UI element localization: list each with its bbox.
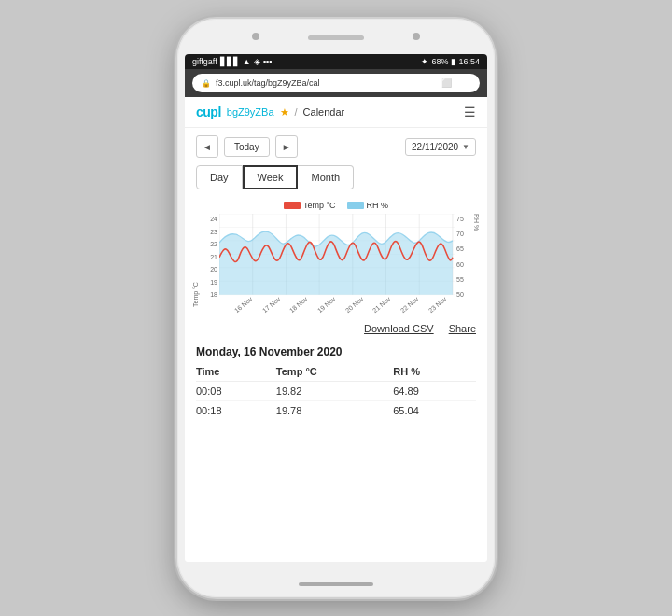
- data-date-header: Monday, 16 November 2020: [196, 340, 476, 362]
- col-header-temp: Temp °C: [276, 362, 393, 382]
- prev-button[interactable]: ◄: [196, 135, 218, 158]
- legend-rh-color: [347, 202, 364, 209]
- calendar-controls: ◄ Today ► 22/11/2020 ▼: [185, 128, 487, 165]
- status-right: ✦ 68% ▮ 16:54: [421, 57, 480, 66]
- address-bar[interactable]: 🔒 f3.cupl.uk/tag/bgZ9yZBa/cal ⬜ ⋮: [192, 74, 480, 92]
- page-title: Calendar: [303, 106, 345, 118]
- legend-rh: RH %: [347, 201, 389, 210]
- legend-temp-color: [284, 202, 301, 209]
- table-header-row: Time Temp °C RH %: [196, 362, 476, 382]
- y-axis-right: 75 70 65 60 55 50: [455, 214, 473, 307]
- cupl-logo: cupl: [196, 105, 221, 119]
- phone-camera-left: [252, 33, 259, 40]
- cell-time: 00:08: [196, 382, 276, 401]
- tab-day[interactable]: Day: [196, 165, 243, 189]
- battery-icon: ▮: [451, 57, 455, 66]
- app-header: cupl bgZ9yZBa ★ / Calendar ☰: [185, 97, 487, 128]
- tag-name[interactable]: bgZ9yZBa: [227, 106, 274, 118]
- chart-legend: Temp °C RH %: [192, 201, 480, 210]
- phone-frame: giffgaff ▋▋▋ ▲ ◈ ▪▪▪ ✦ 68% ▮ 16:54 🔒 f3.…: [177, 19, 495, 597]
- status-left: giffgaff ▋▋▋ ▲ ◈ ▪▪▪: [192, 57, 272, 66]
- battery-level: 68%: [431, 57, 448, 66]
- hamburger-menu-icon[interactable]: ☰: [464, 105, 476, 119]
- lock-icon: 🔒: [202, 79, 211, 88]
- url-text: f3.cupl.uk/tag/bgZ9yZBa/cal: [216, 78, 320, 88]
- date-dropdown-value: 22/11/2020: [412, 142, 458, 152]
- next-button[interactable]: ►: [275, 135, 298, 158]
- col-header-time: Time: [196, 362, 276, 382]
- col-header-rh: RH %: [393, 362, 476, 382]
- tab-month[interactable]: Month: [298, 165, 354, 189]
- legend-rh-label: RH %: [367, 201, 389, 210]
- dropdown-arrow-icon: ▼: [462, 143, 469, 151]
- cell-temp: 19.82: [276, 382, 393, 401]
- chart-wrapper: Temp °C 24 23 22 21 20 19 18: [192, 214, 480, 307]
- chart-actions: Download CSV Share: [185, 319, 487, 340]
- signal-icon: ▋▋▋: [220, 57, 240, 66]
- cell-rh: 64.89: [393, 382, 476, 401]
- browser-actions: ⬜ ⋮: [441, 77, 470, 90]
- table-row: 00:08 19.82 64.89: [196, 382, 476, 401]
- star-icon[interactable]: ★: [280, 106, 289, 119]
- browser-menu-icon[interactable]: ⋮: [459, 77, 470, 90]
- y-axis-left: 24 23 22 21 20 19 18: [199, 214, 219, 307]
- today-button[interactable]: Today: [224, 137, 270, 157]
- webpage-content: cupl bgZ9yZBa ★ / Calendar ☰ ◄ Today ► 2…: [185, 97, 487, 562]
- home-bar: [299, 582, 373, 586]
- browser-chrome: 🔒 f3.cupl.uk/tag/bgZ9yZBa/cal ⬜ ⋮: [185, 69, 487, 97]
- download-csv-link[interactable]: Download CSV: [364, 323, 434, 334]
- clock: 16:54: [458, 57, 480, 66]
- data-section: Monday, 16 November 2020 Time Temp °C RH…: [185, 340, 487, 420]
- y-axis-right-label: RH %: [473, 214, 480, 307]
- notification-icons: ▪▪▪: [263, 57, 273, 66]
- x-axis-labels: 16 Nov 17 Nov 18 Nov 19 Nov 20 Nov 21 No…: [192, 307, 480, 315]
- tab-week[interactable]: Week: [243, 165, 299, 189]
- nfc-icon: ◈: [254, 57, 260, 66]
- date-dropdown[interactable]: 22/11/2020 ▼: [405, 138, 476, 156]
- data-table: Time Temp °C RH % 00:08 19.82 64.89 00:1…: [196, 362, 476, 420]
- chart-container: Temp °C RH % Temp °C 24 23 22 21 20: [185, 197, 487, 319]
- legend-temp: Temp °C: [284, 201, 336, 210]
- cell-rh: 65.04: [393, 401, 476, 421]
- y-axis-left-label: Temp °C: [192, 214, 199, 307]
- wifi-icon: ▲: [243, 57, 251, 66]
- tab-switcher-icon[interactable]: ⬜: [441, 78, 452, 88]
- view-tabs: Day Week Month: [185, 165, 487, 197]
- cell-time: 00:18: [196, 401, 276, 421]
- bluetooth-icon: ✦: [421, 57, 428, 66]
- carrier-name: giffgaff: [192, 57, 217, 66]
- share-link[interactable]: Share: [449, 323, 476, 334]
- phone-camera-right: [413, 33, 420, 40]
- status-bar: giffgaff ▋▋▋ ▲ ◈ ▪▪▪ ✦ 68% ▮ 16:54: [185, 54, 487, 69]
- legend-temp-label: Temp °C: [303, 201, 336, 210]
- phone-speaker: [308, 35, 364, 40]
- cell-temp: 19.78: [276, 401, 393, 421]
- breadcrumb-separator: /: [295, 106, 298, 118]
- table-row: 00:18 19.78 65.04: [196, 401, 476, 421]
- chart-svg-area: [219, 214, 455, 307]
- phone-screen: giffgaff ▋▋▋ ▲ ◈ ▪▪▪ ✦ 68% ▮ 16:54 🔒 f3.…: [185, 54, 487, 562]
